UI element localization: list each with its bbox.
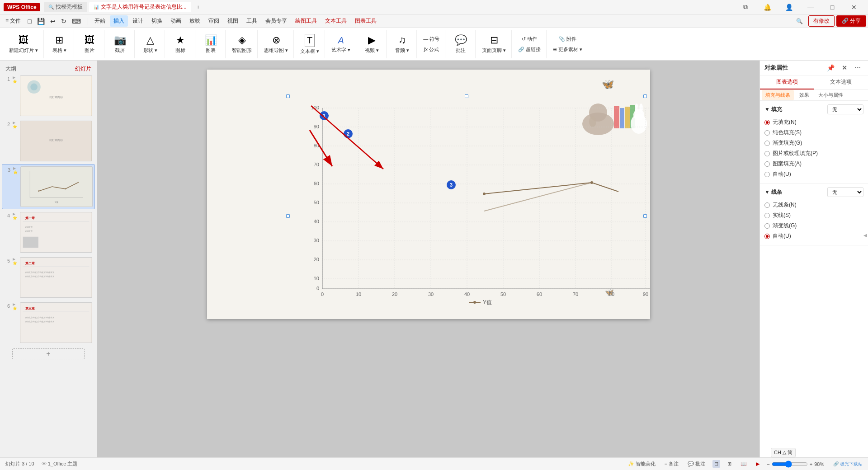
rp-fill-picture[interactable]: 图片或纹理填充(P) bbox=[764, 148, 863, 159]
rp-tab-text[interactable]: 文本选项 bbox=[814, 75, 868, 89]
bell-btn[interactable]: 🔔 bbox=[757, 0, 778, 14]
more-materials-btn[interactable]: ⊕ 更多素材 ▾ bbox=[550, 45, 585, 54]
comment-status-btn[interactable]: 💬 批注 bbox=[686, 460, 707, 468]
mindmap-btn[interactable]: ⊗ 思维导图 ▾ bbox=[261, 33, 291, 56]
qa-redo[interactable]: ↻ bbox=[59, 16, 69, 27]
qa-save[interactable]: 💾 bbox=[35, 16, 47, 27]
menu-vip[interactable]: 会员专享 bbox=[262, 15, 291, 27]
share-btn[interactable]: 🔗 分享 bbox=[836, 15, 866, 27]
add-slide-btn[interactable]: + bbox=[12, 348, 85, 359]
menu-start[interactable]: 开始 bbox=[91, 15, 109, 27]
qa-new[interactable]: □ bbox=[25, 16, 33, 27]
rp-subtab-fill[interactable]: 填充与线条 bbox=[762, 90, 794, 100]
menu-slideshow[interactable]: 放映 bbox=[186, 15, 204, 27]
qa-undo[interactable]: ↩ bbox=[48, 16, 58, 27]
menu-chart-tools[interactable]: 图表工具 bbox=[351, 15, 380, 27]
textbox-btn[interactable]: T 文本框 ▾ bbox=[297, 32, 322, 56]
menu-transition[interactable]: 切换 bbox=[148, 15, 166, 27]
chart-btn[interactable]: 📊 图表 bbox=[199, 33, 222, 56]
video-btn[interactable]: ▶ 视频 ▾ bbox=[360, 33, 383, 56]
tab-document[interactable]: 📊 文字是人类用符号记录表达信息比... bbox=[89, 2, 191, 12]
screenshot-btn[interactable]: 📷 截屏 bbox=[108, 33, 132, 56]
rp-line-none[interactable]: 无线条(N) bbox=[764, 200, 863, 210]
rp-fill-auto[interactable]: 自动(U) bbox=[764, 169, 863, 179]
attachment-btn[interactable]: 📎 附件 bbox=[556, 34, 579, 44]
rp-subtab-size[interactable]: 大小与属性 bbox=[815, 90, 847, 100]
rp-radio-line-auto[interactable] bbox=[764, 234, 770, 239]
menu-view[interactable]: 视图 bbox=[224, 15, 242, 27]
formula-btn[interactable]: ∫x 公式 bbox=[421, 45, 442, 54]
slide-item-4[interactable]: 4 ▶⭐ 第一章 内容文字 内容文字 bbox=[2, 210, 95, 254]
audio-btn[interactable]: ♫ 音频 ▾ bbox=[390, 33, 414, 56]
rp-radio-line-solid[interactable] bbox=[764, 213, 770, 218]
maximize-btn[interactable]: □ bbox=[822, 0, 843, 14]
rp-fill-solid[interactable]: 纯色填充(S) bbox=[764, 127, 863, 138]
rp-pin-btn[interactable]: 📌 bbox=[824, 63, 837, 72]
rp-collapse-top[interactable]: ◀ bbox=[863, 232, 868, 239]
zoom-slider[interactable] bbox=[772, 461, 808, 468]
menu-text-tools[interactable]: 文本工具 bbox=[321, 15, 350, 27]
smartart-btn[interactable]: ◈ 智能图形 bbox=[229, 33, 255, 56]
menu-review[interactable]: 审阅 bbox=[205, 15, 223, 27]
menu-tools[interactable]: 工具 bbox=[243, 15, 261, 27]
user-btn[interactable]: 👤 bbox=[778, 0, 799, 14]
icon-btn[interactable]: ★ 图标 bbox=[169, 33, 192, 56]
rp-line-auto[interactable]: 自动(U) bbox=[764, 231, 863, 241]
rp-radio-fill-picture[interactable] bbox=[764, 151, 770, 156]
rp-radio-fill-pattern[interactable] bbox=[764, 161, 770, 167]
slideshow-btn[interactable]: ▶ bbox=[754, 460, 761, 468]
slide-item-6[interactable]: 6 ▶⭐ 第三章 内容文字内容文字内容文字内容文字 内容文字内容文字内容文字内容… bbox=[2, 301, 95, 345]
chart-wrapper[interactable]: 0 10 20 30 40 50 60 70 80 90 100 0 10 20… bbox=[302, 94, 650, 309]
action-btn[interactable]: ↺ 动作 bbox=[519, 34, 540, 44]
slide-item-3[interactable]: 3 ▶⭐ Y值 bbox=[2, 164, 95, 209]
new-slide-btn[interactable]: 🖼 新建幻灯片 ▾ bbox=[6, 33, 41, 56]
comment-btn[interactable]: 💬 批注 bbox=[449, 33, 472, 56]
rp-radio-line-gradient[interactable] bbox=[764, 223, 770, 229]
rp-line-solid[interactable]: 实线(S) bbox=[764, 210, 863, 221]
zoom-in-btn[interactable]: + bbox=[810, 461, 812, 467]
table-btn[interactable]: ⊞ 表格 ▾ bbox=[47, 33, 71, 56]
rp-expand-btn[interactable]: ⋯ bbox=[852, 63, 863, 72]
panel-slides-link[interactable]: 幻灯片 bbox=[75, 65, 91, 73]
selection-handle-tl[interactable] bbox=[286, 94, 290, 98]
symbol-btn[interactable]: — 符号 bbox=[420, 34, 442, 44]
slide-item-1[interactable]: 1 ▶⭐ 幻灯片内容 bbox=[2, 74, 95, 118]
rp-tab-chart[interactable]: 图表选项 bbox=[760, 75, 814, 89]
rp-fill-dropdown[interactable]: 无 纯色 渐变 bbox=[827, 104, 863, 114]
rp-radio-fill-none[interactable] bbox=[764, 120, 770, 125]
menu-animation[interactable]: 动画 bbox=[167, 15, 185, 27]
zoom-out-btn[interactable]: − bbox=[767, 461, 769, 467]
image-btn[interactable]: 🖼 图片 bbox=[78, 33, 101, 56]
ime-indicator[interactable]: CH △ 简 bbox=[771, 448, 796, 457]
selection-handle-tr[interactable] bbox=[643, 94, 647, 98]
minimize-btn[interactable]: — bbox=[800, 0, 821, 14]
add-tab-btn[interactable]: + bbox=[193, 3, 203, 12]
artword-btn[interactable]: A 艺术字 ▾ bbox=[329, 33, 353, 55]
rp-radio-line-none[interactable] bbox=[764, 202, 770, 208]
qa-keyboard[interactable]: ⌨ bbox=[70, 16, 83, 27]
rp-close-btn[interactable]: ✕ bbox=[839, 63, 850, 72]
rp-fill-none[interactable]: 无填充(N) bbox=[764, 117, 863, 127]
rp-radio-fill-gradient[interactable] bbox=[764, 141, 770, 146]
rp-radio-fill-solid[interactable] bbox=[764, 130, 770, 136]
rp-subtab-effect[interactable]: 效果 bbox=[796, 90, 813, 100]
selection-handle-ml[interactable] bbox=[286, 214, 290, 218]
menu-draw-tools[interactable]: 绘图工具 bbox=[292, 15, 321, 27]
rp-fill-pattern[interactable]: 图案填充(A) bbox=[764, 159, 863, 169]
menu-file[interactable]: ≡ 文件 bbox=[2, 15, 24, 27]
rp-line-dropdown[interactable]: 无 实线 渐变线 bbox=[827, 187, 863, 197]
selection-handle-mr[interactable] bbox=[643, 214, 647, 218]
restore-btn[interactable]: ⧉ bbox=[735, 0, 756, 14]
rp-radio-fill-auto[interactable] bbox=[764, 172, 770, 177]
slide-sorter-btn[interactable]: ⊞ bbox=[726, 460, 733, 468]
shape-btn[interactable]: △ 形状 ▾ bbox=[138, 33, 162, 56]
slide-canvas[interactable]: 🦋 bbox=[207, 70, 650, 319]
menu-design[interactable]: 设计 bbox=[129, 15, 147, 27]
edit-btn[interactable]: 有修改 bbox=[808, 15, 835, 27]
hyperlink-btn[interactable]: 🔗 超链接 bbox=[515, 45, 543, 54]
normal-view-btn[interactable]: ⊟ bbox=[712, 460, 720, 468]
tab-findtemplate[interactable]: 🔍 找模壳模板 bbox=[44, 2, 87, 12]
slide-item-5[interactable]: 5 ▶⭐ 第二章 内容文字内容文字内容文字内容文字 内容文字内容文字内容文字内容… bbox=[2, 255, 95, 300]
pagefooter-btn[interactable]: ⊟ 页面页脚 ▾ bbox=[479, 33, 509, 56]
selection-handle-tm[interactable] bbox=[465, 94, 468, 98]
